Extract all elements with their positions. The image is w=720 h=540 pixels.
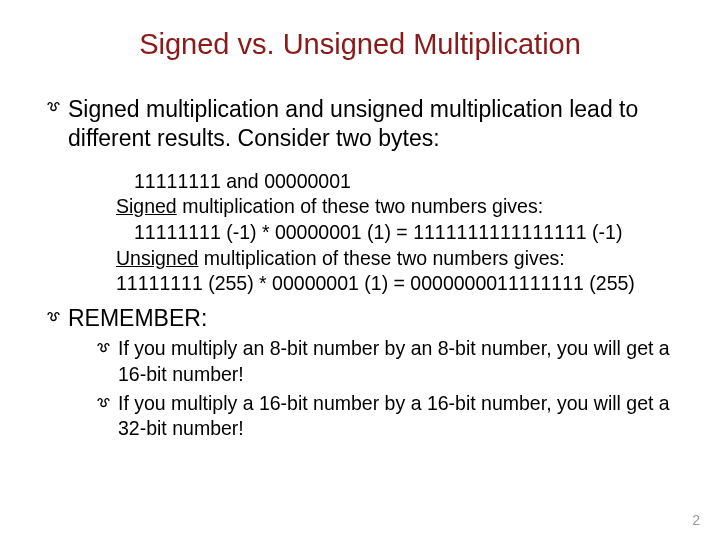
curl-bullet-icon — [96, 395, 112, 411]
main-bullet-text: Signed multiplication and unsigned multi… — [68, 96, 638, 151]
example-operands: 11111111 and 00000001 — [116, 169, 674, 195]
list-item: If you multiply an 8-bit number by an 8-… — [96, 336, 674, 387]
unsigned-rest: multiplication of these two numbers give… — [198, 247, 564, 269]
remember-label: REMEMBER: — [68, 305, 207, 331]
remember-list: If you multiply an 8-bit number by an 8-… — [96, 336, 674, 441]
slide: Signed vs. Unsigned Multiplication Signe… — [0, 0, 720, 540]
unsigned-line: Unsigned multiplication of these two num… — [116, 246, 674, 272]
remember-heading: REMEMBER: — [46, 305, 674, 332]
signed-label: Signed — [116, 195, 177, 217]
curl-bullet-icon — [46, 99, 62, 115]
list-item-text: If you multiply a 16-bit number by a 16-… — [118, 392, 670, 439]
list-item-text: If you multiply an 8-bit number by an 8-… — [118, 337, 670, 384]
signed-calc: 11111111 (-1) * 00000001 (1) = 111111111… — [116, 220, 674, 246]
signed-line: Signed multiplication of these two numbe… — [116, 194, 674, 220]
curl-bullet-icon — [46, 309, 62, 325]
page-number: 2 — [692, 512, 700, 528]
example-block: 11111111 and 00000001 Signed multiplicat… — [116, 169, 674, 298]
list-item: If you multiply a 16-bit number by a 16-… — [96, 391, 674, 442]
unsigned-calc: 11111111 (255) * 00000001 (1) = 00000000… — [116, 271, 674, 297]
curl-bullet-icon — [96, 340, 112, 356]
slide-title: Signed vs. Unsigned Multiplication — [46, 28, 674, 61]
unsigned-label: Unsigned — [116, 247, 198, 269]
main-bullet: Signed multiplication and unsigned multi… — [46, 95, 674, 153]
signed-rest: multiplication of these two numbers give… — [177, 195, 543, 217]
